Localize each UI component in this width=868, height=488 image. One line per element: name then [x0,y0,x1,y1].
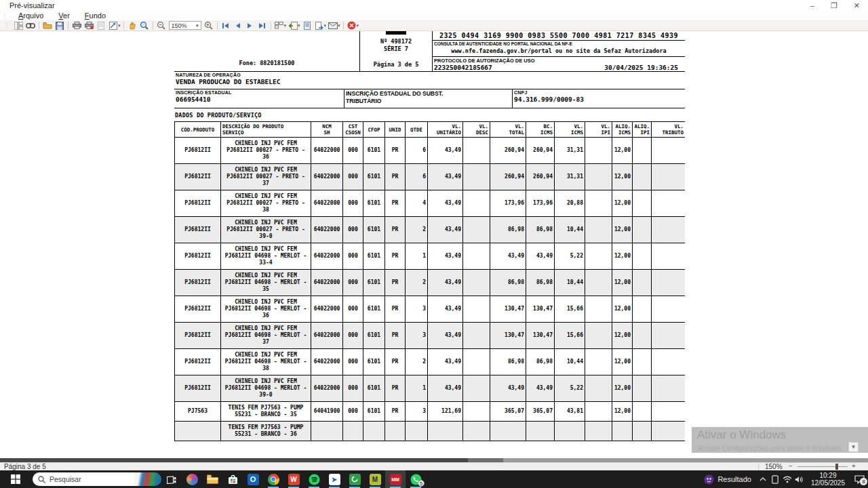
spotify-button[interactable] [304,470,324,488]
yellow-app-button[interactable]: M [365,470,385,488]
scroll-down-button[interactable]: ▼ [848,442,859,452]
tray-expand-chevron-icon[interactable] [757,470,769,488]
cell: PR [385,217,406,243]
zoom-dropdown-icon[interactable]: ▾ [196,23,199,28]
wifi-icon[interactable] [781,470,793,488]
report-icon[interactable] [301,21,313,30]
mail-caret-icon[interactable]: ▾ [338,23,340,28]
menu-ver[interactable]: Ver [58,12,70,20]
cell: 260,94 [526,138,555,164]
media-player-button[interactable]: ➤ [324,470,344,488]
cell: PJ6812II [175,349,221,375]
close-button[interactable]: ✕ [854,1,860,10]
send-caret-icon[interactable]: ▾ [324,23,327,28]
outlook-button[interactable]: O [243,470,263,488]
zoom-out-icon[interactable] [155,21,167,30]
minimize-button[interactable]: – [810,1,814,10]
pan-hand-icon[interactable] [126,21,138,30]
taskbar-search-input[interactable]: Pesquisar [33,472,134,486]
find-icon[interactable] [24,21,37,30]
statusbar-page: Página 3 de 5 [4,463,46,470]
volume-icon[interactable] [793,470,806,488]
danfe-header: Fone: 8820181500 Nº 498172 SÉRIE 7 Págin… [174,31,685,72]
zoom-in-icon[interactable] [203,21,215,30]
cell: 6 [406,138,428,164]
menu-fundo[interactable]: Fundo [85,12,106,20]
ie-subst-cell: INSCRIÇÃO ESTADUAL DO SUBST. TRIBUTÁRIO [344,89,512,108]
cnpj-label: CNPJ [514,90,684,95]
first-page-icon[interactable] [220,21,232,30]
access-key: 2325 0494 3169 9900 0983 5500 7000 4981 … [433,31,685,41]
erp-app-button[interactable]: MM [385,470,406,488]
bank-app-button[interactable] [344,470,365,488]
cell: 6 [406,164,428,190]
file-explorer-button[interactable] [202,470,222,488]
print-setup-icon[interactable] [83,21,95,30]
column-header: VL.UNITÁRIO [428,122,463,138]
column-header: NCMSH [311,122,343,138]
watermark-subtitle: Acesse Configurações para ativar o Windo… [697,444,867,452]
cell: 43,81 [555,402,585,422]
cell [612,422,633,441]
protocolo-label: PROTOCOLO DE AUTORIZAÇÃO DE USO [433,57,685,64]
zoom-slider-track[interactable] [797,466,848,467]
next-page-icon[interactable] [244,21,256,30]
chrome-button[interactable] [263,470,283,488]
clock-time: 10:29 [811,472,845,480]
start-button[interactable] [0,470,31,488]
open-icon[interactable] [41,21,54,30]
cell: 43,49 [526,243,555,270]
cell: PR [385,270,406,296]
phone-link-icon[interactable] [769,470,781,488]
consulta-url: www.nfe.fazenda.gov.br/portal ou no site… [433,47,685,54]
column-header: QTDE [406,122,428,138]
tray-app-icon[interactable] [703,470,715,488]
cell: 43,49 [428,349,463,375]
zoom-out-control[interactable]: − [789,462,793,470]
notification-center-button[interactable]: 8 [850,470,868,488]
export-caret-icon[interactable]: ▾ [298,23,300,28]
wps-button[interactable]: W [283,470,304,488]
copilot-button[interactable] [182,470,202,488]
cell: 43,49 [428,190,463,217]
cell [585,349,612,375]
print-icon[interactable] [71,21,83,30]
table-row: PJ6812IICHINELO INJ PVC FEMPJ6812II 0002… [175,217,686,243]
store-button[interactable] [222,470,243,488]
page-preview-icon[interactable] [95,21,107,30]
table-row: PJ6812IICHINELO INJ PVC FEMPJ6812II 0469… [175,243,686,270]
last-page-icon[interactable] [256,21,269,30]
search-highlight-image[interactable] [134,472,161,486]
cell [585,402,612,422]
zoom-dynamic-icon[interactable] [138,21,151,30]
cell: 173,96 [490,190,526,217]
prev-page-icon[interactable] [232,21,244,30]
activate-windows-watermark: Ativar o Windows Acesse Configurações pa… [697,428,867,452]
zoom-combobox[interactable]: 150%▾ [169,21,201,30]
layout-caret-icon[interactable]: ▾ [284,23,287,28]
cell: PJ6812II [175,375,221,402]
save-icon[interactable] [54,21,66,30]
column-header: DESCRIÇÃO DO PRODUTOSERVIÇO [221,122,311,138]
cell: 130,47 [526,323,555,349]
search-icon [38,476,45,483]
cell [633,217,652,243]
menu-arquivo[interactable]: Arquivo [18,12,43,20]
print-preview-area[interactable]: Fone: 8820181500 Nº 498172 SÉRIE 7 Págin… [0,31,868,458]
zoom-slider-thumb[interactable] [835,464,838,470]
cell [363,422,385,441]
fit-zoom-caret-icon[interactable]: ▾ [118,23,121,28]
cell: 6101 [363,323,385,349]
cell: 000 [343,164,363,190]
zoom-in-control[interactable]: + [852,462,856,470]
close-caret-icon[interactable]: ▾ [357,23,359,28]
cell: 000 [343,190,363,217]
whatsapp-button[interactable]: 5 [406,470,426,488]
page-layout-icon[interactable] [12,21,24,30]
task-view-button[interactable] [161,470,182,488]
maximize-button[interactable]: ❐ [831,1,837,10]
table-header-row: CÓD.PRODUTODESCRIÇÃO DO PRODUTOSERVIÇONC… [175,122,686,138]
statusbar-zoom-value: 150% [765,463,783,470]
taskbar-clock[interactable]: 10:29 12/05/2025 [811,472,845,487]
cell: 12,00 [612,349,633,375]
